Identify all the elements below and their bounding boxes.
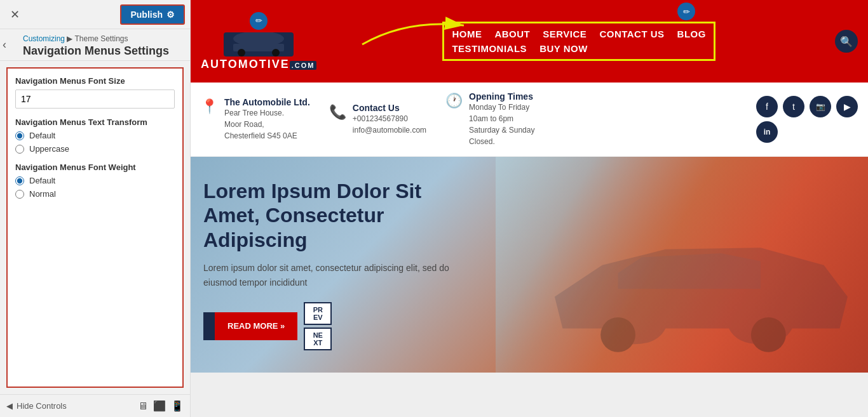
text-transform-section: Navigation Menus Text Transform Default … — [15, 117, 175, 154]
nav-contact[interactable]: CONTACT US — [599, 29, 664, 39]
flag-bar — [203, 312, 215, 340]
facebook-icon: f — [766, 102, 768, 112]
publish-label: Publish — [130, 10, 163, 20]
hide-controls-arrow: ◀ — [6, 401, 13, 411]
breadcrumb-customizing[interactable]: Customizing — [23, 34, 65, 43]
hide-controls-button[interactable]: ◀ Hide Controls — [6, 401, 67, 411]
twitter-button[interactable]: t — [783, 96, 804, 117]
edit-nav-button[interactable]: ✏ — [677, 3, 695, 20]
settings-panel: Navigation Menus Font Size Navigation Me… — [6, 67, 184, 388]
next-label: NEXT — [313, 331, 323, 347]
top-bar: ✕ Publish ⚙ — [0, 0, 190, 29]
font-size-label: Navigation Menus Font Size — [15, 76, 175, 86]
nav-testimonials[interactable]: TESTIMONIALS — [452, 43, 527, 54]
hero-title: Lorem Ipsum Dolor Sit Amet, Consectetur … — [203, 179, 470, 252]
read-more-label: READ MORE » — [227, 321, 285, 331]
font-size-input[interactable] — [15, 89, 175, 109]
page-title: Navigation Menus Settings — [23, 44, 184, 58]
mobile-view-button[interactable]: 📱 — [171, 400, 184, 412]
linkedin-icon: in — [764, 128, 771, 136]
facebook-button[interactable]: f — [756, 96, 778, 117]
youtube-icon: ▶ — [844, 102, 851, 112]
car-logo-svg — [224, 32, 294, 56]
text-transform-uppercase[interactable]: Uppercase — [15, 144, 175, 154]
nav-service[interactable]: SERVICE — [543, 29, 587, 39]
text-transform-default[interactable]: Default — [15, 131, 175, 140]
text-transform-options: Default Uppercase — [15, 131, 175, 154]
back-icon: ‹ — [3, 38, 6, 51]
search-icon: 🔍 — [840, 36, 853, 48]
company-address: Pear Tree House. Moor Road, Chesterfield… — [224, 107, 310, 142]
font-weight-default-radio[interactable] — [15, 176, 24, 185]
hero-content: Lorem Ipsum Dolor Sit Amet, Consectetur … — [203, 179, 470, 350]
font-weight-section: Navigation Menus Font Weight Default Nor… — [15, 162, 175, 199]
nav-home[interactable]: Home — [452, 29, 482, 39]
opening-label: Opening Times — [469, 91, 534, 102]
instagram-icon: 📷 — [816, 102, 825, 111]
nav-about[interactable]: ABOUT — [494, 29, 530, 39]
font-weight-normal-label: Normal — [29, 189, 56, 199]
close-button[interactable]: ✕ — [5, 5, 25, 24]
publish-button[interactable]: Publish ⚙ — [120, 4, 185, 25]
gear-icon: ⚙ — [166, 10, 175, 20]
twitter-icon: t — [792, 102, 795, 112]
text-transform-label: Navigation Menus Text Transform — [15, 117, 175, 127]
breadcrumb-area: Customizing ▶ Theme Settings Navigation … — [0, 29, 190, 61]
text-transform-default-label: Default — [29, 131, 55, 140]
close-icon: ✕ — [10, 8, 20, 21]
hero-section: Lorem Ipsum Dolor Sit Amet, Consectetur … — [191, 157, 868, 373]
svg-point-6 — [600, 317, 635, 352]
contact-us-label: Contact Us — [353, 103, 426, 113]
svg-point-4 — [272, 49, 280, 56]
read-more-wrap: READ MORE » — [203, 312, 297, 340]
hero-buttons: READ MORE » PREV NEXT — [203, 302, 470, 350]
desktop-view-button[interactable]: 🖥 — [138, 400, 148, 412]
tablet-view-button[interactable]: ⬛ — [153, 400, 166, 412]
font-weight-options: Default Normal — [15, 176, 175, 199]
device-icons: 🖥 ⬛ 📱 — [138, 400, 184, 412]
contact-address: 📍 The Automobile Ltd. Pear Tree House. M… — [201, 97, 310, 142]
prev-button[interactable]: PREV — [304, 302, 332, 325]
preview-area: ✏ AUTOMOTIVE.COM — [191, 0, 868, 417]
breadcrumb-theme-settings: Theme Settings — [74, 34, 128, 43]
font-weight-default-label: Default — [29, 176, 55, 185]
instagram-button[interactable]: 📷 — [810, 96, 831, 117]
email-address: info@automobile.com — [353, 124, 426, 136]
location-icon: 📍 — [201, 98, 218, 115]
nav-row-2: TESTIMONIALS BUY NOW — [452, 43, 705, 54]
contact-hours: 🕐 Opening Times Monday To Friday 10am to… — [445, 91, 534, 147]
read-more-button[interactable]: READ MORE » — [215, 312, 297, 340]
nav-row-1: Home ABOUT SERVICE CONTACT US BLOG — [452, 29, 705, 39]
search-button[interactable]: 🔍 — [835, 30, 858, 53]
youtube-button[interactable]: ▶ — [836, 96, 858, 117]
back-button[interactable]: ‹ — [3, 38, 6, 51]
next-button[interactable]: NEXT — [304, 328, 332, 350]
font-weight-label: Navigation Menus Font Weight — [15, 162, 175, 172]
svg-point-7 — [751, 317, 786, 352]
font-weight-normal-radio[interactable] — [15, 190, 24, 199]
nav-blog[interactable]: BLOG — [677, 29, 706, 39]
logo-text: AUTOMOTIVE.COM — [201, 58, 316, 71]
text-transform-default-radio[interactable] — [15, 131, 24, 140]
svg-point-3 — [238, 49, 245, 56]
contact-bar: 📍 The Automobile Ltd. Pear Tree House. M… — [191, 83, 868, 157]
prev-label: PREV — [313, 306, 323, 321]
hero-text: Lorem ipsum dolor sit amet, consectetur … — [203, 261, 470, 289]
opening-hours: Monday To Friday 10am to 6pm Saturday & … — [469, 102, 534, 147]
contact-phone: 📞 Contact Us +001234567890 info@automobi… — [329, 103, 426, 136]
clock-icon: 🕐 — [445, 93, 463, 109]
left-panel: ✕ Publish ⚙ Customizing ▶ Theme Settings… — [0, 0, 191, 417]
bottom-bar: ◀ Hide Controls 🖥 ⬛ 📱 — [0, 394, 190, 417]
edit-logo-button[interactable]: ✏ — [250, 12, 268, 30]
font-size-section: Navigation Menus Font Size — [15, 76, 175, 109]
linkedin-button[interactable]: in — [756, 121, 778, 143]
font-weight-default[interactable]: Default — [15, 176, 175, 185]
nav-bar: ✏ AUTOMOTIVE.COM — [191, 0, 868, 83]
company-name: The Automobile Ltd. — [224, 97, 310, 107]
nav-buynow[interactable]: BUY NOW — [539, 43, 588, 54]
breadcrumb: Customizing ▶ Theme Settings — [23, 34, 184, 43]
car-image — [496, 157, 868, 373]
font-weight-normal[interactable]: Normal — [15, 189, 175, 199]
phone-icon: 📞 — [329, 104, 346, 121]
text-transform-uppercase-radio[interactable] — [15, 145, 24, 154]
